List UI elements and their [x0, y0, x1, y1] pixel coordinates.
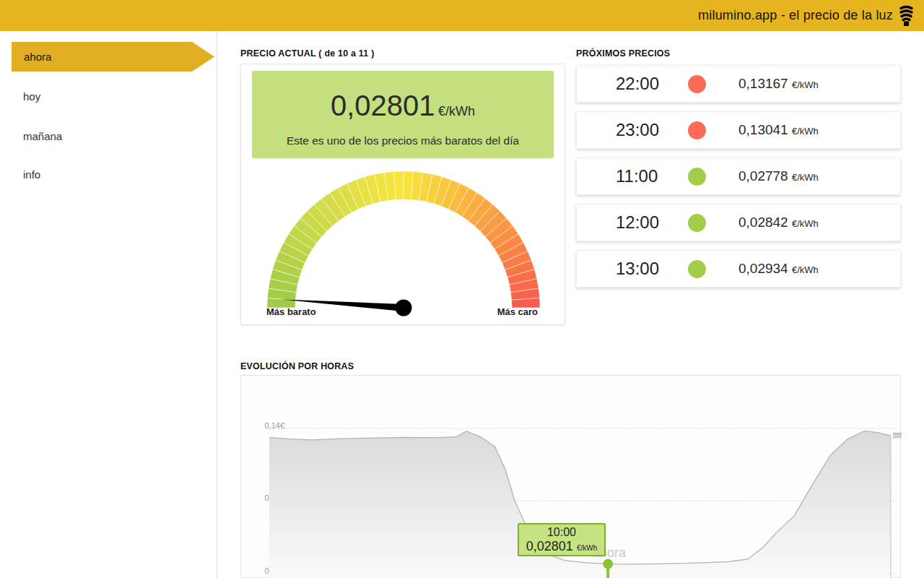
next-price-time: 22:00 — [616, 74, 659, 94]
next-price-row[interactable]: 22:00 0,13167 €/kWh — [576, 65, 901, 103]
gauge-needle-hub — [396, 300, 412, 316]
next-price-time: 13:00 — [616, 259, 659, 279]
chart-section-title: EVOLUCIÓN POR HORAS — [240, 361, 354, 371]
next-prices-section-title: PRÓXIMOS PRECIOS — [576, 48, 670, 59]
gauge-label-expensive: Más caro — [497, 306, 538, 317]
app-title: milumino.app - el precio de la luz — [698, 8, 893, 23]
topbar: milumino.app - el precio de la luz — [0, 0, 924, 31]
sidebar-item-info[interactable]: info — [23, 168, 40, 181]
next-price-value: 0,02934 €/kWh — [738, 261, 819, 277]
sidebar-item-hoy[interactable]: hoy — [23, 90, 40, 103]
current-price-section-title: PRECIO ACTUAL ( de 10 a 11 ) — [240, 48, 375, 59]
gauge-segment — [394, 171, 404, 199]
sidebar-item-label: ahora — [24, 51, 51, 63]
next-price-value: 0,13167 €/kWh — [738, 76, 819, 92]
price-level-dot — [688, 260, 706, 278]
next-price-row[interactable]: 12:00 0,02842 €/kWh — [576, 204, 901, 241]
current-price-subtitle: Este es uno de los precios más baratos d… — [252, 134, 554, 147]
sidebar-item-ahora[interactable]: ahora — [12, 42, 214, 72]
tooltip-price: 0,02801 €/kWh — [519, 539, 604, 556]
price-level-dot — [688, 168, 706, 186]
current-price-card: 0,02801 €/kWh Este es uno de los precios… — [240, 64, 565, 325]
next-price-row[interactable]: 23:00 0,13041 €/kWh — [576, 111, 901, 149]
next-price-time: 11:00 — [616, 166, 658, 186]
next-price-time: 12:00 — [616, 212, 659, 233]
price-level-dot — [688, 121, 706, 139]
cfl-bulb-icon — [899, 5, 914, 27]
now-tooltip: 10:00 0,02801 €/kWh — [518, 523, 606, 556]
next-price-time: 23:00 — [616, 120, 659, 140]
hourly-evolution-chart: 0,14€ 0,08€ 0,02€ ahora 10:00 0,02801 €/… — [240, 375, 901, 578]
sidebar-item-manana[interactable]: mañana — [23, 130, 62, 142]
current-price-value: 0,02801 — [331, 90, 435, 121]
price-gauge — [241, 167, 566, 322]
next-price-value: 0,02778 €/kWh — [738, 168, 819, 184]
next-prices-list: 22:00 0,13167 €/kWh 23:00 0,13041 €/kWh … — [576, 65, 901, 296]
sidebar: ahora hoy mañana info — [0, 31, 217, 578]
next-price-value: 0,02842 €/kWh — [738, 215, 819, 230]
price-level-dot — [688, 214, 706, 232]
next-price-row[interactable]: 13:00 0,02934 €/kWh — [576, 250, 901, 288]
current-price-unit: €/kWh — [438, 104, 475, 118]
milumino-app: milumino.app - el precio de la luz ahora… — [0, 0, 924, 578]
tooltip-time: 10:00 — [519, 526, 604, 539]
current-price-highlight: 0,02801 €/kWh Este es uno de los precios… — [252, 71, 554, 158]
next-price-value: 0,13041 €/kWh — [738, 122, 819, 138]
price-level-dot — [688, 75, 706, 93]
gauge-label-cheap: Más barato — [266, 306, 316, 317]
current-price-line: 0,02801 €/kWh — [252, 90, 554, 128]
next-price-row[interactable]: 11:00 0,02778 €/kWh — [576, 158, 901, 195]
